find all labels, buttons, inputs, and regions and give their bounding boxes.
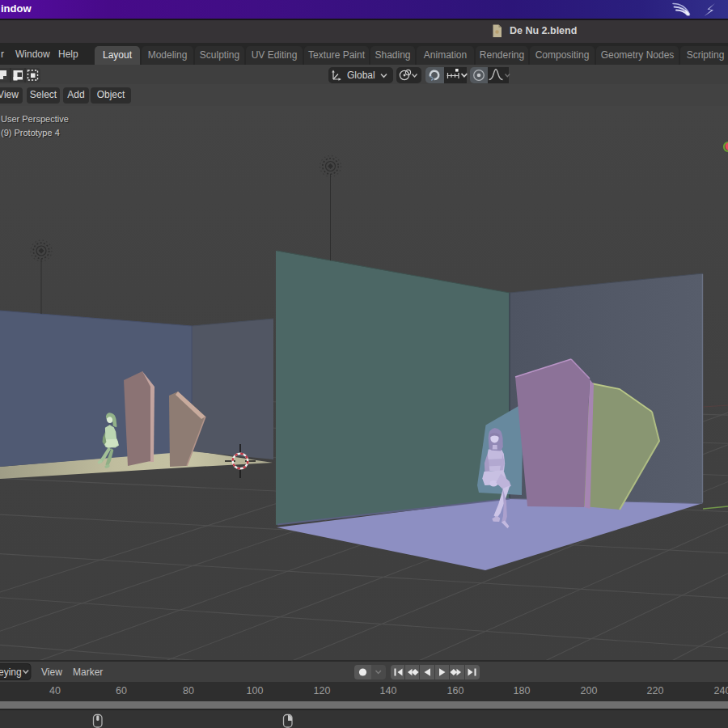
svg-text:Marker: Marker — [73, 667, 103, 678]
svg-text:View: View — [41, 667, 62, 678]
svg-text:eying: eying — [0, 667, 22, 678]
svg-text:Global: Global — [347, 70, 375, 81]
